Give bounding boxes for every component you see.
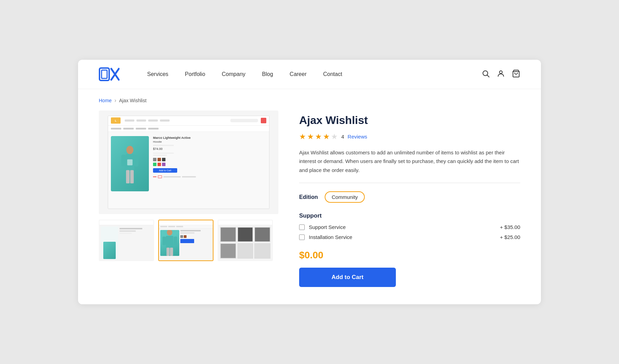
nav-blog[interactable]: Blog [262,71,273,77]
svg-rect-14 [127,159,132,165]
header-icons [482,69,520,79]
svg-rect-17 [162,237,166,245]
product-info: Ajax Wishlist ★ ★ ★ ★ ★ 4 Reviews Ajax W… [299,111,520,287]
installation-service-checkbox[interactable] [299,234,305,240]
nav-company[interactable]: Company [222,71,245,77]
svg-rect-20 [170,248,173,256]
search-icon[interactable] [482,69,490,79]
svg-rect-18 [174,237,177,245]
user-icon[interactable] [497,69,505,79]
star-2: ★ [307,132,314,141]
support-service-checkbox[interactable] [299,224,305,230]
svg-point-15 [167,230,172,236]
edition-row: Edition Community [299,191,520,203]
support-section: Support Support Service + $35.00 Install… [299,212,520,240]
support-service-name: Support Service [309,224,496,230]
star-rating: ★ ★ ★ ★ ★ [299,132,338,141]
star-3: ★ [315,132,322,141]
main-nav: Services Portfolio Company Blog Career C… [147,71,482,77]
product-page-card: Services Portfolio Company Blog Career C… [78,60,541,305]
thumbnail-2[interactable] [158,220,213,261]
support-option-1: Support Service + $35.00 [299,224,520,230]
svg-rect-11 [134,154,139,166]
svg-point-6 [499,71,502,74]
breadcrumb-home[interactable]: Home [99,98,112,103]
nav-career[interactable]: Career [290,71,307,77]
breadcrumb-separator: › [114,97,116,104]
thumbnail-3[interactable] [218,220,273,261]
svg-rect-16 [166,236,173,248]
svg-rect-10 [121,154,125,166]
product-thumbnails [99,220,278,261]
svg-rect-1 [102,70,107,78]
main-product-image[interactable]: L [99,111,278,214]
product-description: Ajax Wishlist allows customers to add an… [299,148,520,175]
edition-community-button[interactable]: Community [325,191,365,203]
main-content: L [78,104,541,305]
add-to-cart-button[interactable]: Add to Cart [299,268,396,287]
product-images: L [99,111,278,287]
svg-line-5 [487,75,489,77]
installation-service-name: Installation Service [309,234,496,240]
product-price: $0.00 [299,250,520,261]
logo[interactable] [99,67,120,82]
support-service-price: + $35.00 [500,224,520,230]
thumbnail-1[interactable] [99,220,154,261]
support-option-2: Installation Service + $25.00 [299,234,520,240]
edition-label: Edition [299,194,318,200]
support-title: Support [299,212,520,219]
reviews-link[interactable]: Reviews [347,134,367,140]
nav-portfolio[interactable]: Portfolio [185,71,205,77]
svg-rect-19 [166,248,170,256]
breadcrumb: Home › Ajax Wishlist [78,89,541,104]
star-5: ★ [331,132,338,141]
star-1: ★ [299,132,306,141]
installation-service-price: + $25.00 [500,234,520,240]
product-title: Ajax Wishlist [299,114,520,127]
breadcrumb-current: Ajax Wishlist [119,98,146,103]
header: Services Portfolio Company Blog Career C… [78,60,541,89]
reviews-count: 4 [341,134,344,140]
nav-contact[interactable]: Contact [323,71,342,77]
nav-services[interactable]: Services [147,71,168,77]
star-4: ★ [323,132,330,141]
svg-rect-12 [126,170,130,183]
svg-point-8 [126,146,134,154]
rating-row: ★ ★ ★ ★ ★ 4 Reviews [299,132,520,141]
cart-icon[interactable] [512,69,520,79]
svg-rect-13 [130,170,134,183]
divider [299,183,520,183]
